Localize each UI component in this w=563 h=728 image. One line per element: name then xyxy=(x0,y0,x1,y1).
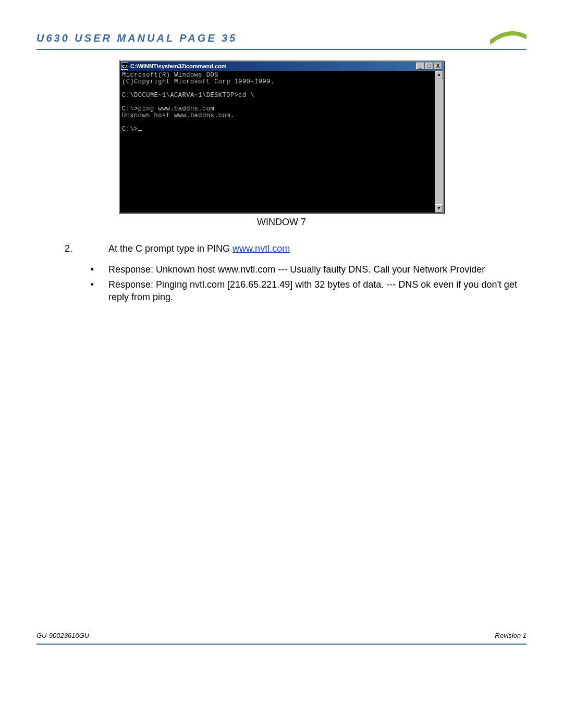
window-titlebar: C:\ C:\WINNT\system32\command.com _ □ X xyxy=(120,61,443,71)
bullet-icon: • xyxy=(90,278,95,304)
minimize-button[interactable]: _ xyxy=(416,63,424,70)
terminal-line: C:\>ping www.baddns.com xyxy=(122,105,214,113)
system-menu-icon: C:\ xyxy=(121,63,128,70)
step-text: At the C prompt type in PING www.nvtl.co… xyxy=(108,242,290,255)
close-button[interactable]: X xyxy=(434,63,442,70)
window-title-text: C:\WINNT\system32\command.com xyxy=(130,63,227,69)
command-prompt-window: C:\ C:\WINNT\system32\command.com _ □ X … xyxy=(119,60,444,214)
footer-revision: Revision 1 xyxy=(495,632,527,639)
header-divider xyxy=(36,49,527,50)
terminal-line: Unknown host www.baddns.com. xyxy=(122,112,235,119)
list-item: • Response: Pinging nvtl.com [216.65.221… xyxy=(90,278,519,304)
maximize-button[interactable]: □ xyxy=(425,63,433,70)
page-header-title: U630 USER MANUAL PAGE 35 xyxy=(36,32,237,44)
ping-target-link[interactable]: www.nvtl.com xyxy=(232,243,290,254)
scrollbar[interactable]: ▲ ▼ xyxy=(435,71,443,213)
footer-divider xyxy=(36,644,527,645)
brand-logo-icon xyxy=(490,31,527,45)
terminal-output: Microsoft(R) Windows DOS (C)Copyright Mi… xyxy=(120,71,435,213)
terminal-line: Microsoft(R) Windows DOS xyxy=(122,71,218,79)
bullet-icon: • xyxy=(90,263,95,276)
scroll-up-icon[interactable]: ▲ xyxy=(435,71,443,79)
terminal-line: C:\DOCUME~1\ACARVA~1\DESKTOP>cd \ xyxy=(122,92,254,99)
step-item: 2. At the C prompt type in PING www.nvtl… xyxy=(44,242,519,255)
step-text-prefix: At the C prompt type in PING xyxy=(108,243,232,254)
step-number: 2. xyxy=(44,242,91,255)
scroll-down-icon[interactable]: ▼ xyxy=(435,204,443,213)
footer-doc-id: GU-90023610GU xyxy=(36,632,89,639)
cursor-icon xyxy=(138,130,142,131)
terminal-line: (C)Copyright Microsoft Corp 1990-1999. xyxy=(122,78,275,85)
list-item: • Response: Unknown host www.nvtl.com --… xyxy=(90,263,519,276)
response-text: Response: Pinging nvtl.com [216.65.221.4… xyxy=(108,278,519,304)
response-text: Response: Unknown host www.nvtl.com --- … xyxy=(108,263,519,276)
figure-caption: WINDOW 7 xyxy=(36,217,527,228)
terminal-prompt: C:\> xyxy=(122,126,138,133)
